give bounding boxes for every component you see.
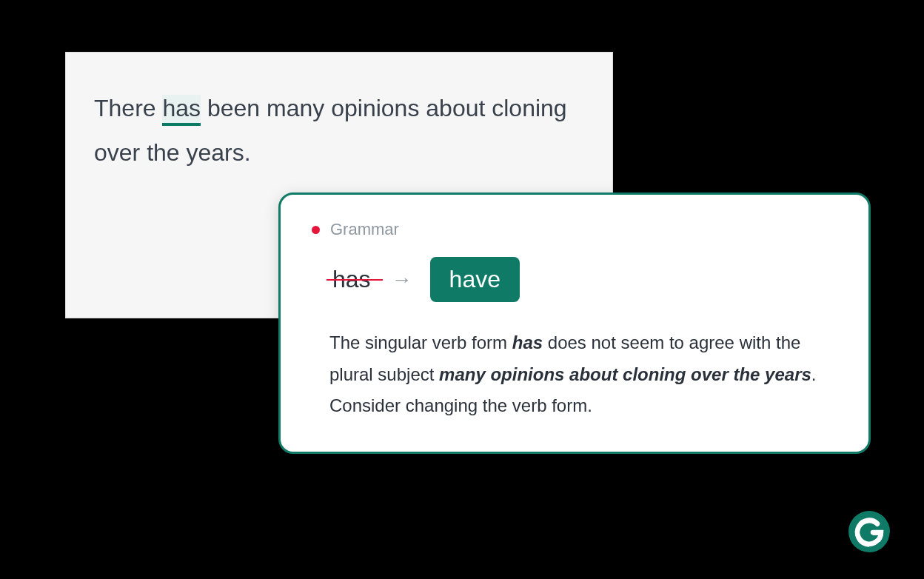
explanation-bold: has: [512, 332, 543, 352]
grammarly-logo-icon[interactable]: [847, 509, 891, 554]
suggestion-category-label: Grammar: [330, 220, 399, 239]
sentence-text: There has been many opinions about cloni…: [94, 86, 584, 175]
suggestion-category-row: Grammar: [312, 220, 837, 239]
flagged-word[interactable]: has: [162, 95, 201, 126]
arrow-right-icon: →: [392, 268, 412, 292]
explanation-bold: many opinions about cloning over the yea…: [439, 364, 811, 384]
explanation-part: The singular verb form: [329, 332, 512, 352]
replacement-suggestion-button[interactable]: have: [430, 257, 520, 302]
explanation-text: The singular verb form has does not seem…: [312, 327, 837, 422]
original-word: has: [329, 266, 374, 293]
sentence-before: There: [94, 95, 162, 121]
suggestion-card: Grammar has → have The singular verb for…: [278, 193, 871, 454]
replacement-row: has → have: [312, 257, 837, 302]
error-dot-icon: [312, 226, 320, 234]
